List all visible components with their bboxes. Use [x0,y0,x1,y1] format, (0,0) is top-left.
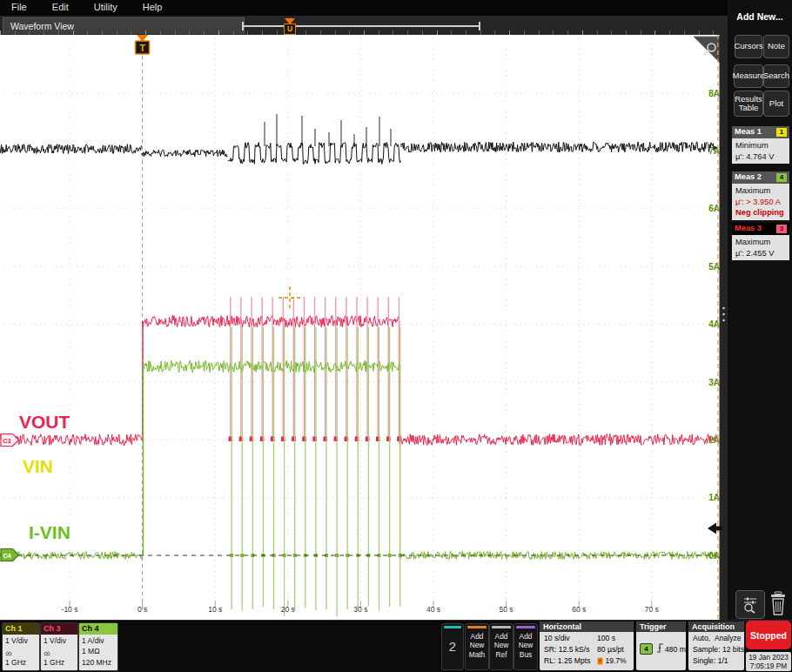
meas1-source-badge: 1 [776,128,787,137]
meas1-value: µ': 4.764 V [735,151,786,163]
waveform-plot[interactable]: 8A7A6A5A4A3A2A1A0A-10 s0 s10 s20 s30 s40… [0,35,728,620]
horizontal-title: Horizontal [540,622,634,632]
channel-4-impedance: 1 MΩ [82,646,115,656]
probe-coupling-icon [5,649,14,655]
horizontal-window: 100 s [597,634,615,642]
add-bus-label: Add New Bus [514,628,537,659]
cursors-button[interactable]: Cursors [735,35,762,58]
menu-file[interactable]: File [0,0,38,12]
channel-1-badge[interactable]: Ch 1 1 V/div 1 GHz [2,622,40,671]
resolution: 80 µs/pt [597,645,624,654]
record-length: RL: 1.25 Mpts [544,656,591,665]
meas2-warning: Neg clipping [735,207,786,218]
pan-marker[interactable]: U [284,24,296,35]
add-math-label: Add New Math [466,628,488,659]
right-scroll-strip [720,35,728,620]
c4-channel-flag: C4 [1,549,19,561]
meas2-type: Maximum [735,185,786,197]
menu-bar: File Edit Utility Help [0,0,792,16]
acquisition-mode: Auto, [693,634,710,642]
wave2-label: 2 [442,639,463,654]
probe-coupling-icon [44,649,52,655]
trash-icon [768,591,789,616]
minimap-left-bracket[interactable] [242,22,244,30]
meas3-title: Meas 3 [735,224,762,232]
zoom-sliders-icon [741,595,760,615]
menu-help[interactable]: Help [131,0,174,12]
svg-text:T: T [139,43,145,53]
search-button[interactable]: Search [763,64,789,88]
meas3-value: µ': 2.455 V [735,248,786,259]
acquisition-panel[interactable]: Acquisition Auto, Analyze Sample: 12 bit… [688,622,744,670]
datetime-display[interactable]: 19 Jan 2023 7:05:19 PM [746,652,791,671]
minimap-span-line [242,25,480,27]
plot-button[interactable]: Plot [763,91,789,117]
channel-3-scale: 1 V/div [44,635,75,646]
menu-utility[interactable]: Utility [83,0,129,12]
add-new-ref-button[interactable]: Add New Ref [489,623,513,670]
acquisition-title: Acquisition [688,622,744,632]
minimap-right-bracket[interactable] [479,22,480,30]
svg-text:30 s: 30 s [353,605,367,614]
meas2-source-badge: 4 [776,173,787,182]
horizontal-panel[interactable]: Horizontal 10 s/div 100 s SR: 12.5 kS/s … [540,622,634,670]
svg-text:10 s: 10 s [208,605,222,614]
measurement-card-2[interactable]: Meas 2 4 Maximum µ': > 3.950 A Neg clipp… [732,171,789,220]
meas1-type: Minimum [735,140,786,151]
x-axis-labels: -10 s0 s10 s20 s30 s40 s50 s60 s70 s [62,605,659,614]
meas3-source-badge: 3 [776,225,787,233]
measure-button[interactable]: Measure [734,64,763,88]
note-button[interactable]: Note [763,35,789,58]
add-new-bus-button[interactable]: Add New Bus [513,623,538,670]
trash-button[interactable] [768,591,789,616]
channel-3-bandwidth: 1 GHz [44,657,75,668]
vin-label: VIN [23,456,53,476]
rising-edge-icon [656,642,664,654]
meas2-value: µ': > 3.950 A [735,197,786,208]
zoom-tool-button[interactable] [735,590,765,619]
channel-3-title: Ch 3 [41,623,77,635]
svg-text:40 s: 40 s [426,605,440,614]
date-label: 19 Jan 2023 [746,653,791,662]
svg-text:20 s: 20 s [281,605,295,614]
svg-text:60 s: 60 s [572,605,586,614]
channel-1-title: Ch 1 [3,623,39,635]
trigger-panel[interactable]: Trigger 4 480 mA [636,622,686,670]
time-label: 7:05:19 PM [746,662,791,670]
c3-channel-flag: C3 [1,434,19,447]
vout-label: VOUT [19,412,70,432]
channel-3-badge[interactable]: Ch 3 1 V/div 1 GHz [40,622,78,671]
channel-4-bandwidth: 120 MHz [82,658,111,667]
trace-ch1 [0,114,716,164]
meas2-title: Meas 2 [735,172,762,181]
run-stop-button[interactable]: Stopped [746,621,791,649]
oscilloscope-app: File Edit Utility Help Waveform View U 8… [0,0,792,672]
add-ref-label: Add New Ref [490,628,513,659]
channel-1-bandwidth: 1 GHz [5,657,37,668]
acquisition-single: Single: 1/1 [693,656,728,665]
trigger-position-icon [597,657,603,665]
add-new-math-button[interactable]: Add New Math [465,623,489,670]
wave2-color-stripe [444,626,461,628]
measurement-card-3[interactable]: Meas 3 3 Maximum µ': 2.455 V [732,223,789,260]
trigger-position-value: 19.7% [605,656,626,665]
horizontal-scale: 10 s/div [544,634,570,642]
svg-text:C3: C3 [3,437,11,445]
svg-text:0 s: 0 s [138,605,147,614]
acquisition-analyze: Analyze [715,634,742,642]
channel-4-badge[interactable]: Ch 4 1 A/div 1 MΩ 120 MHz [78,622,118,671]
measurement-card-1[interactable]: Meas 1 1 Minimum µ': 4.764 V [732,126,789,164]
pointer-crosshair [279,286,302,310]
meas3-type: Maximum [735,237,786,248]
svg-text:-10 s: -10 s [62,605,78,614]
menu-edit[interactable]: Edit [41,0,80,12]
add-new-label: Add New... [728,11,792,22]
trigger-position-row: 19.7% [597,656,627,665]
bandwidth-limit-icon [82,670,90,671]
meas1-title: Meas 1 [735,127,762,136]
svg-text:50 s: 50 s [500,605,513,614]
svg-text:C4: C4 [3,552,11,560]
waveform-2-badge[interactable]: 2 [441,623,464,670]
results-table-button[interactable]: Results Table [734,91,763,117]
channel-4-scale: 1 A/div [82,635,115,646]
